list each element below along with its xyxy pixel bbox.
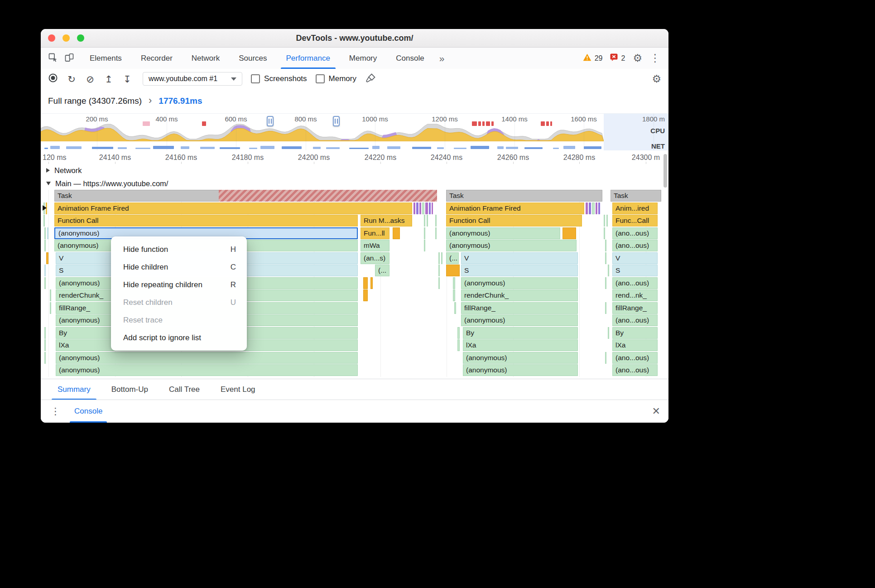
flame-bar-fragment[interactable]: [422, 202, 424, 214]
flame-bar-fragment[interactable]: [438, 252, 440, 264]
flame-bar-ano-ous[interactable]: (ano...ous): [612, 277, 658, 289]
flame-bar-fragment[interactable]: [47, 227, 48, 239]
flame-bar-func-call[interactable]: Func...Call: [612, 215, 658, 227]
capture-settings-gear-icon[interactable]: ⚙: [652, 74, 661, 84]
flame-bar-animation-frame-fired[interactable]: Animation Frame Fired: [54, 202, 412, 214]
flame-bar-lxa[interactable]: lXa: [463, 339, 578, 351]
flame-bar-fragment[interactable]: [604, 215, 605, 227]
more-tabs-icon[interactable]: »: [434, 53, 450, 64]
flame-bar-fragment[interactable]: [457, 327, 460, 339]
flame-bar-fragment[interactable]: [598, 202, 600, 214]
screenshots-checkbox[interactable]: Screenshots: [251, 74, 307, 83]
flame-bar-fragment[interactable]: [413, 202, 415, 214]
range-handle-left[interactable]: [267, 116, 274, 126]
flame-bar-fragment[interactable]: [44, 265, 46, 276]
flame-bar-rend-nk[interactable]: rend...nk_: [612, 289, 658, 301]
flame-bar-fragment[interactable]: [44, 277, 46, 289]
flame-bar-s[interactable]: S: [461, 265, 578, 276]
tab-memory[interactable]: Memory: [340, 48, 386, 69]
flame-bar-fragment[interactable]: [438, 265, 440, 276]
breadcrumb-full-range[interactable]: Full range (34307.26ms): [48, 96, 142, 106]
expanded-triangle-icon[interactable]: [46, 182, 51, 185]
flame-bar-fragment[interactable]: [44, 339, 46, 351]
flame-bar-anonymous[interactable]: (anonymous): [446, 227, 560, 239]
memory-checkbox[interactable]: Memory: [316, 74, 356, 83]
details-tab-bottom-up[interactable]: Bottom-Up: [101, 379, 159, 400]
flame-bar-fragment[interactable]: [427, 215, 428, 227]
range-handle-right[interactable]: [333, 116, 340, 126]
tab-network[interactable]: Network: [182, 48, 229, 69]
flame-bar-an-s[interactable]: (an...s): [361, 252, 389, 264]
flame-bar-s[interactable]: S: [612, 265, 658, 276]
flame-bar-fragment[interactable]: [605, 252, 606, 264]
flame-bar-fragment[interactable]: [605, 240, 606, 251]
flame-bar-ano-ous[interactable]: (ano...ous): [612, 364, 658, 376]
close-window-button[interactable]: [48, 34, 55, 42]
devtools-menu-kebab-icon[interactable]: ⋮: [650, 53, 660, 63]
memory-checkbox-box[interactable]: [316, 74, 325, 83]
flame-bar-v[interactable]: V: [461, 252, 578, 264]
drawer-tab-console[interactable]: Console: [67, 400, 110, 423]
details-tab-summary[interactable]: Summary: [47, 379, 101, 400]
screenshots-checkbox-box[interactable]: [251, 74, 260, 83]
errors-indicator[interactable]: 2: [610, 53, 625, 63]
flame-bar-ano-ous[interactable]: (ano...ous): [612, 227, 658, 239]
flame-bar-fragment[interactable]: [424, 227, 425, 239]
flame-bar-v[interactable]: V: [612, 252, 658, 264]
flame-bar-task[interactable]: Task: [446, 190, 602, 202]
details-tab-event-log[interactable]: Event Log: [210, 379, 266, 400]
flame-bar-fragment[interactable]: [435, 227, 437, 239]
flame-bar-item[interactable]: (...: [375, 265, 389, 276]
flame-bar-fragment[interactable]: [605, 302, 606, 314]
flame-bar-animation-frame-fired[interactable]: Animation Frame Fired: [446, 202, 584, 214]
flame-bar-fragment[interactable]: [46, 252, 48, 264]
flame-bar-fragment[interactable]: [589, 202, 591, 214]
network-track-header[interactable]: Network: [41, 164, 668, 177]
main-track-header[interactable]: Main — https://www.youtube.com/: [41, 177, 668, 190]
reload-and-record-button[interactable]: ↻: [67, 74, 77, 84]
flame-bar-fragment[interactable]: [592, 202, 595, 214]
flame-bar-anonymous[interactable]: (anonymous): [461, 314, 578, 326]
breadcrumb-selection[interactable]: 1776.91ms: [159, 96, 202, 106]
flame-bar-anonymous[interactable]: (anonymous): [461, 277, 578, 289]
menu-item-hide-function[interactable]: Hide functionH: [111, 241, 247, 258]
flame-bar-fragment[interactable]: [419, 202, 421, 214]
flame-bar-fragment[interactable]: [457, 339, 460, 351]
flame-bar-fragment[interactable]: [441, 252, 442, 264]
flame-bar-anonymous[interactable]: (anonymous): [56, 364, 358, 376]
drawer-menu-kebab-icon[interactable]: ⋮: [51, 406, 60, 417]
flame-bar-function-call[interactable]: Function Call: [446, 215, 582, 227]
flame-bar-run-m-asks[interactable]: Run M...asks: [361, 215, 412, 227]
drawer-close-icon[interactable]: ✕: [652, 405, 660, 417]
inspect-element-icon[interactable]: [48, 52, 58, 65]
flame-bar-fragment[interactable]: [370, 277, 373, 289]
scrollbar-thumb[interactable]: [663, 154, 667, 188]
settings-gear-icon[interactable]: ⚙: [633, 53, 642, 63]
record-button[interactable]: [48, 73, 58, 85]
flame-bar-fragment[interactable]: [453, 289, 455, 301]
flame-bar-fillrange[interactable]: fillRange_: [461, 302, 578, 314]
flame-bar-fragment[interactable]: [429, 202, 431, 214]
flame-bar-anonymous[interactable]: (anonymous): [463, 364, 578, 376]
flame-bar-fragment[interactable]: [50, 302, 51, 314]
tab-console[interactable]: Console: [386, 48, 433, 69]
flame-bar-fragment[interactable]: [562, 227, 576, 239]
flame-bar-anonymous[interactable]: (anonymous): [463, 352, 578, 364]
flame-bar-fragment[interactable]: [596, 202, 597, 214]
menu-item-hide-repeating-children[interactable]: Hide repeating childrenR: [111, 276, 247, 294]
flame-bar-fragment[interactable]: [446, 265, 460, 276]
tab-sources[interactable]: Sources: [229, 48, 276, 69]
flame-bar-anim-ired[interactable]: Anim...ired: [612, 202, 658, 214]
flame-bar-fragment[interactable]: [606, 215, 608, 227]
load-profile-button[interactable]: ↥: [104, 74, 114, 84]
device-toolbar-icon[interactable]: [64, 52, 75, 65]
flame-bar-fragment[interactable]: [416, 202, 418, 214]
flame-bar-fragment[interactable]: [393, 227, 400, 239]
flame-bar-item[interactable]: (...: [446, 252, 459, 264]
menu-item-hide-children[interactable]: Hide childrenC: [111, 258, 247, 276]
flame-bar-fragment[interactable]: [604, 227, 605, 239]
tab-elements[interactable]: Elements: [80, 48, 131, 69]
flame-bar-fragment[interactable]: [605, 277, 606, 289]
flame-bar-fillrange[interactable]: fillRange_: [612, 302, 658, 314]
flame-bar-fragment[interactable]: [608, 327, 609, 339]
